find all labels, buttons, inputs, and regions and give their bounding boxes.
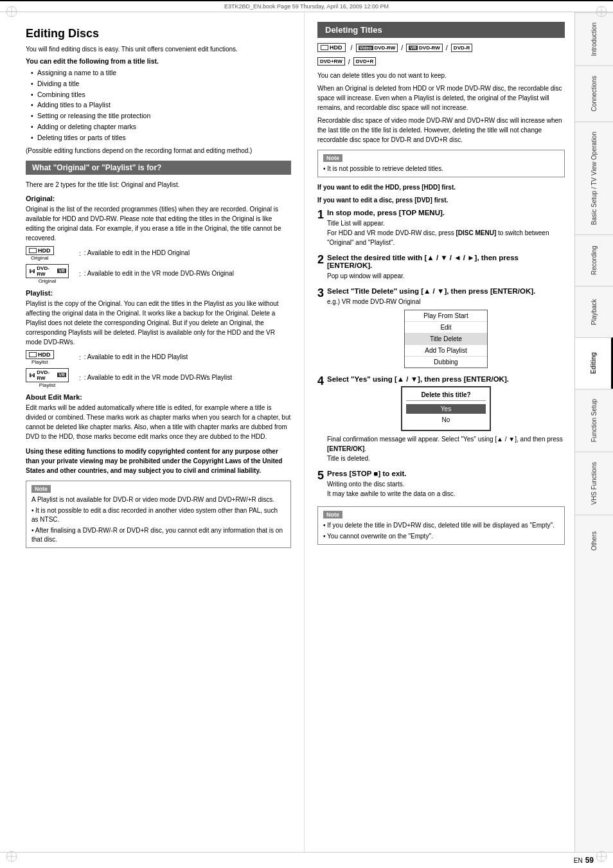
note-header: Note	[31, 485, 51, 493]
step-5-number: 5	[317, 470, 324, 481]
step-3-body: e.g.) VR mode DVD-RW Original	[327, 297, 565, 306]
del-note-text: • It is not possible to retrieve deleted…	[323, 164, 559, 173]
playlist-text: Playlist is the copy of the Original. Yo…	[26, 299, 291, 347]
popup-item-3: Title Delete	[405, 333, 487, 345]
dvdrw-original-icon: DVD-RW VR Original	[26, 264, 69, 284]
dvdr-icon: DVD-R	[451, 44, 472, 52]
note-box: Note A Playlist is not available for DVD…	[26, 481, 291, 548]
page-container: E3TK2BD_EN.book Page 59 Thursday, April …	[0, 0, 613, 868]
step-1-body: Title List will appear.For HDD and VR mo…	[327, 218, 565, 247]
editing-discs-section: Editing Discs You will find editing disc…	[26, 27, 291, 154]
playlist-heading: Playlist:	[26, 289, 291, 297]
paren-note: (Possible editing functions depend on th…	[26, 147, 291, 154]
step-4-number: 4	[317, 375, 324, 387]
footer: EN 59	[0, 852, 613, 868]
del-note-box: Note • It is not possible to retrieve de…	[317, 150, 565, 177]
nav-tab-others[interactable]: Others	[575, 515, 613, 566]
step-5-title: Press [STOP ■] to exit.	[327, 470, 565, 477]
popup-item-4: Add To Playlist	[405, 345, 487, 357]
dvdrw-video-icon: Video DVD-RW	[356, 44, 398, 52]
step-1-title: In stop mode, press [TOP MENU].	[327, 209, 565, 217]
hdd-playlist-row: HDD Playlist : : Available to edit in th…	[26, 350, 291, 365]
can-edit-bold: You can edit the following from a title …	[26, 57, 291, 65]
hdd-original-desc: : Available to edit in the HDD Original	[84, 249, 291, 258]
right-column: Deleting Titles HDD / Video DVD-RW	[305, 12, 574, 852]
side-nav: Introduction Connections Basic Setup / T…	[574, 12, 613, 852]
bullet-2: Dividing a title	[31, 78, 291, 89]
nav-tab-editing[interactable]: Editing	[575, 337, 613, 389]
hdd-original-label: Original	[31, 255, 49, 261]
copyright-warning: Using these editing functions to modify …	[26, 447, 291, 475]
dvdplusr-icon: DVD+R	[353, 57, 376, 66]
delete-no-btn: No	[406, 415, 486, 425]
corner-mark-br	[595, 850, 608, 863]
hdd-playlist-icon: HDD Playlist	[26, 350, 54, 365]
disc-icons-row: HDD / Video DVD-RW / VR DVD-RW /	[317, 43, 565, 52]
left-column: Editing Discs You will find editing disc…	[0, 12, 305, 852]
nav-tab-connections[interactable]: Connections	[575, 66, 613, 121]
bullet-5: Setting or releasing the title protectio…	[31, 111, 291, 121]
step-2-title: Select the desired title with [▲ / ▼ / ◄…	[327, 254, 565, 269]
hdd-del-icon: HDD	[317, 43, 346, 52]
what-original-section: What "Original" or "Playlist" is for? Th…	[26, 161, 291, 548]
step-3-number: 3	[317, 287, 324, 299]
dvdrw-plus-icon: DVD+RW	[317, 57, 345, 66]
del-para1: When an Original is deleted from HDD or …	[317, 84, 565, 112]
deleting-titles-header: Deleting Titles	[317, 22, 565, 38]
dvdrw-original-label: Original	[39, 278, 57, 284]
note-text-1: A Playlist is not available for DVD-R or…	[31, 495, 285, 504]
nav-tab-basic-setup[interactable]: Basic Setup / TV View Operation	[575, 121, 613, 235]
main-content: Editing Discs You will find editing disc…	[0, 12, 613, 852]
popup-item-5: Dubbing	[405, 357, 487, 368]
edit-mark-heading: About Edit Mark:	[26, 393, 291, 401]
step-4: 4 Select "Yes" using [▲ / ▼], then press…	[317, 375, 565, 466]
corner-mark-tl	[5, 5, 18, 18]
dvdrw-vr-del-icon: VR DVD-RW	[406, 44, 442, 52]
original-heading: Original:	[26, 195, 291, 202]
dvdrw-original-row: DVD-RW VR Original : : Available to edit…	[26, 264, 291, 284]
bullet-4: Adding titles to a Playlist	[31, 100, 291, 111]
step-1-number: 1	[317, 209, 324, 220]
step-4-title: Select "Yes" using [▲ / ▼], then press […	[327, 375, 565, 383]
step-5: 5 Press [STOP ■] to exit. Writing onto t…	[317, 470, 565, 501]
step-5-body: Writing onto the disc starts.It may take…	[327, 479, 565, 499]
dvdrw-playlist-icon: DVD-RW VR Playlist	[26, 368, 69, 388]
del-note-header: Note	[323, 154, 342, 162]
hdd-playlist-icon-box: HDD Playlist	[26, 350, 71, 365]
step-2-number: 2	[317, 254, 324, 265]
dvdrw-original-desc: : Available to edit in the VR mode DVD-R…	[84, 269, 291, 278]
bullet-7: Deleting titles or parts of titles	[31, 132, 291, 143]
hdd-bold: If you want to edit the HDD, press [HDD]…	[317, 182, 565, 192]
popup-item-2: Edit	[405, 322, 487, 333]
delete-yes-btn: Yes	[406, 404, 486, 414]
dvdrw-original-icon-box: DVD-RW VR Original	[26, 264, 71, 284]
del-intro: You can delete titles you do not want to…	[317, 71, 565, 80]
hdd-playlist-desc: : Available to edit in the HDD Playlist	[84, 353, 291, 362]
dvdrw-playlist-desc: : Available to edit in the VR mode DVD-R…	[84, 373, 291, 382]
original-text: Original is the list of the recorded pro…	[26, 204, 291, 243]
edit-mark-text: Edit marks will be added automatically w…	[26, 403, 291, 441]
del-para2: Recordable disc space of video mode DVD-…	[317, 116, 565, 145]
nav-tab-function-setup[interactable]: Function Setup	[575, 389, 613, 452]
header-bar: E3TK2BD_EN.book Page 59 Thursday, April …	[0, 0, 613, 12]
step-3-title: Select "Title Delete" using [▲ / ▼], the…	[327, 287, 565, 295]
what-original-heading: What "Original" or "Playlist" is for?	[26, 161, 291, 175]
editing-discs-bullets: Assigning a name to a title Dividing a t…	[31, 67, 291, 143]
bottom-note-box: Note • If you delete the title in DVD+RW…	[317, 506, 565, 545]
bullet-6: Adding or deleting chapter marks	[31, 121, 291, 132]
bottom-note-header: Note	[323, 511, 342, 518]
nav-tab-vhs-functions[interactable]: VHS Functions	[575, 452, 613, 515]
hdd-playlist-label: Playlist	[31, 359, 48, 365]
nav-tab-recording[interactable]: Recording	[575, 235, 613, 286]
step-3: 3 Select "Title Delete" using [▲ / ▼], t…	[317, 287, 565, 371]
delete-dialog-title: Delete this title?	[406, 391, 486, 401]
what-original-intro: There are 2 types for the title list: Or…	[26, 180, 291, 190]
note-text-2: • It is not possible to edit a disc reco…	[31, 506, 285, 524]
editing-discs-title: Editing Discs	[26, 27, 291, 40]
delete-dialog: Delete this title? Yes No	[401, 386, 491, 431]
bullet-3: Combining titles	[31, 89, 291, 100]
nav-tab-playback[interactable]: Playback	[575, 286, 613, 337]
bullet-1: Assigning a name to a title	[31, 67, 291, 78]
nav-tab-introduction[interactable]: Introduction	[575, 12, 613, 66]
popup-menu: Play From Start Edit Title Delete Add To…	[404, 310, 488, 368]
